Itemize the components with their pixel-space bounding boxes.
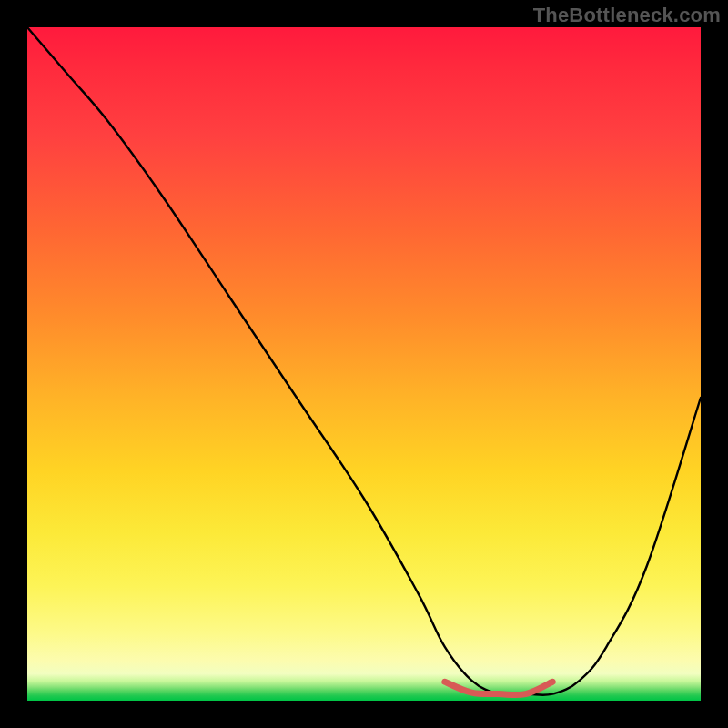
main-curve bbox=[27, 27, 701, 695]
plot-area bbox=[27, 27, 701, 701]
accent-segment bbox=[445, 682, 552, 694]
curves-layer bbox=[27, 27, 701, 701]
attribution-text: TheBottleneck.com bbox=[533, 4, 721, 27]
chart-frame: TheBottleneck.com bbox=[0, 0, 728, 728]
